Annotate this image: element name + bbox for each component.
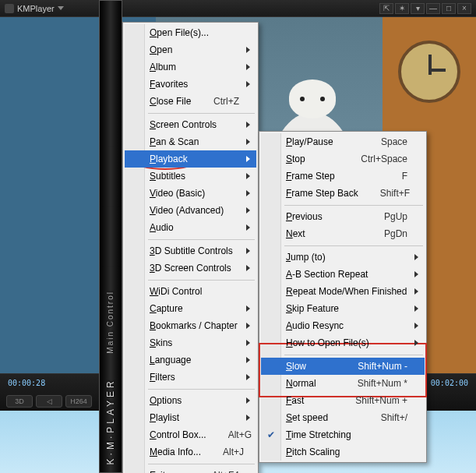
- main-menu-item-widi-control[interactable]: WiDi Control: [125, 283, 256, 300]
- playback-menu-item-how-to-open-file-s[interactable]: How to Open File(s): [261, 334, 425, 351]
- chevron-right-icon: [246, 357, 250, 363]
- main-menu-item-skins[interactable]: Skins: [125, 334, 256, 351]
- playback-menu-item-a-b-section-repeat[interactable]: A-B Section Repeat: [261, 266, 425, 283]
- menu-item-label: A-B Section Repeat: [286, 269, 368, 280]
- menu-item-label: WiDi Control: [150, 286, 202, 297]
- main-menu-item-language[interactable]: Language: [125, 351, 256, 369]
- menu-item-label: Exit: [150, 470, 165, 473]
- ctrl-prev-button[interactable]: ◁: [36, 395, 62, 408]
- menu-item-label: Playlist: [150, 412, 179, 423]
- menu-item-label: Bookmarks / Chapter: [150, 320, 238, 331]
- playback-menu-item-jump-to[interactable]: Jump (to): [261, 249, 425, 266]
- main-menu-item-playlist[interactable]: Playlist: [125, 409, 256, 426]
- playback-menu-item-normal[interactable]: NormalShift+Num *: [261, 375, 425, 392]
- menu-item-label: Options: [150, 395, 182, 406]
- playback-menu-item-set-speed[interactable]: Set speedShift+/: [261, 409, 425, 426]
- menu-item-label: Time Stretching: [286, 429, 351, 440]
- close-button[interactable]: ×: [457, 3, 471, 14]
- menu-item-label: Video (Basic): [150, 188, 205, 199]
- playback-menu-item-audio-resync[interactable]: Audio Resync: [261, 317, 425, 334]
- maximize-button[interactable]: □: [442, 3, 456, 14]
- menu-item-label: Filters: [150, 372, 175, 383]
- playback-menu-item-pitch-scaling[interactable]: Pitch Scaling: [261, 443, 425, 461]
- app-title: KMPlayer: [17, 4, 55, 13]
- main-menu-separator: [125, 236, 256, 242]
- main-menu-item-open[interactable]: Open: [125, 41, 256, 58]
- main-menu-item-audio[interactable]: Audio: [125, 219, 256, 236]
- menu-item-label: Playback: [150, 154, 188, 164]
- main-menu-item-media-info[interactable]: Media Info...Alt+J: [125, 443, 256, 461]
- menu-item-label: 3D Subtitle Controls: [150, 245, 233, 256]
- playback-menu-item-slow[interactable]: SlowShift+Num -: [261, 358, 425, 375]
- menu-item-label: Control Box...: [150, 429, 206, 440]
- main-menu-item-pan-scan[interactable]: Pan & Scan: [125, 133, 256, 150]
- context-menu-playback: Play/PauseSpaceStopCtrl+SpaceFrame StepF…: [259, 131, 427, 463]
- menu-item-label: Slow: [286, 361, 306, 372]
- titlebar[interactable]: KMPlayer ⇱ ✶ ▾ — □ ×: [0, 0, 476, 17]
- menu-item-label: Video (Advanced): [150, 205, 224, 216]
- menu-item-shortcut: Ctrl+Space: [339, 154, 407, 164]
- menu-item-shortcut: Space: [359, 136, 407, 147]
- menu-item-label: Open File(s)...: [150, 27, 209, 38]
- menu-item-label: Stop: [286, 154, 305, 164]
- main-menu-item-video-basic[interactable]: Video (Basic): [125, 185, 256, 202]
- main-menu-item-exit[interactable]: ExitAlt+F4: [125, 467, 256, 473]
- menu-item-shortcut: PgUp: [362, 211, 407, 222]
- pin-button[interactable]: ⇱: [379, 3, 393, 14]
- sidebar-subtitle: Main Control: [106, 291, 115, 354]
- menu-item-label: Pan & Scan: [150, 136, 199, 147]
- chevron-right-icon: [246, 415, 250, 421]
- playback-menu-item-stop[interactable]: StopCtrl+Space: [261, 150, 425, 168]
- playback-menu-item-time-stretching[interactable]: ✔Time Stretching: [261, 426, 425, 443]
- chevron-right-icon: [246, 47, 250, 53]
- tools-button[interactable]: ✶: [395, 3, 409, 14]
- playback-menu-separator: [261, 242, 425, 249]
- minimize-button[interactable]: —: [426, 3, 440, 14]
- menu-button[interactable]: ▾: [411, 3, 425, 14]
- chevron-right-icon: [246, 265, 250, 271]
- main-menu-item-options[interactable]: Options: [125, 392, 256, 409]
- chevron-right-icon: [246, 190, 250, 196]
- chevron-right-icon: [246, 156, 250, 162]
- menu-item-label: Close File: [150, 96, 191, 107]
- main-menu-item-favorites[interactable]: Favorites: [125, 76, 256, 93]
- playback-menu-item-fast[interactable]: FastShift+Num +: [261, 392, 425, 409]
- ctrl-codec-button[interactable]: H264: [65, 395, 92, 408]
- main-menu-item-bookmarks-chapter[interactable]: Bookmarks / Chapter: [125, 317, 256, 334]
- main-menu-item-filters[interactable]: Filters: [125, 369, 256, 386]
- main-menu-item-screen-controls[interactable]: Screen Controls: [125, 116, 256, 133]
- main-menu-item-control-box[interactable]: Control Box...Alt+G: [125, 426, 256, 443]
- main-menu-item-open-file-s[interactable]: Open File(s)...: [125, 24, 256, 41]
- playback-menu-item-skip-feature[interactable]: Skip Feature: [261, 300, 425, 317]
- menu-item-label: Album: [150, 62, 176, 72]
- main-menu-item-3d-subtitle-controls[interactable]: 3D Subtitle Controls: [125, 242, 256, 259]
- playback-menu-item-play-pause[interactable]: Play/PauseSpace: [261, 133, 425, 150]
- main-menu-item-capture[interactable]: Capture: [125, 300, 256, 317]
- ctrl-3d-button[interactable]: 3D: [6, 395, 33, 408]
- timecode-total: 00:02:00: [431, 379, 468, 387]
- chevron-right-icon: [246, 207, 250, 214]
- main-menu-item-close-file[interactable]: Close FileCtrl+Z: [125, 93, 256, 110]
- playback-menu-item-next[interactable]: NextPgDn: [261, 225, 425, 242]
- menu-item-label: Skins: [150, 337, 172, 348]
- menu-item-label: Audio: [150, 222, 174, 233]
- chevron-right-icon: [414, 340, 418, 346]
- playback-menu-item-frame-step[interactable]: Frame StepF: [261, 168, 425, 185]
- chevron-down-icon[interactable]: [58, 6, 64, 10]
- menu-item-shortcut: Alt+G: [206, 429, 252, 440]
- chevron-right-icon: [414, 271, 418, 277]
- chevron-right-icon: [246, 122, 250, 128]
- menu-item-label: Frame Step: [286, 171, 335, 182]
- main-menu-item-subtitles[interactable]: Subtitles: [125, 168, 256, 185]
- playback-menu-item-repeat-mode-when-finished[interactable]: Repeat Mode/When Finished: [261, 283, 425, 300]
- main-menu-item-video-advanced[interactable]: Video (Advanced): [125, 202, 256, 219]
- menu-item-shortcut: Shift+Num -: [336, 361, 407, 372]
- main-menu-item-album[interactable]: Album: [125, 58, 256, 76]
- main-menu-item-playback[interactable]: Playback: [125, 150, 256, 168]
- chevron-right-icon: [246, 224, 250, 231]
- playback-menu-item-frame-step-back[interactable]: Frame Step BackShift+F: [261, 185, 425, 202]
- menu-item-shortcut: Shift+Num +: [333, 395, 407, 406]
- playback-menu-item-previous[interactable]: PreviousPgUp: [261, 208, 425, 225]
- main-menu-item-3d-screen-controls[interactable]: 3D Screen Controls: [125, 259, 256, 277]
- app-icon: [5, 4, 14, 13]
